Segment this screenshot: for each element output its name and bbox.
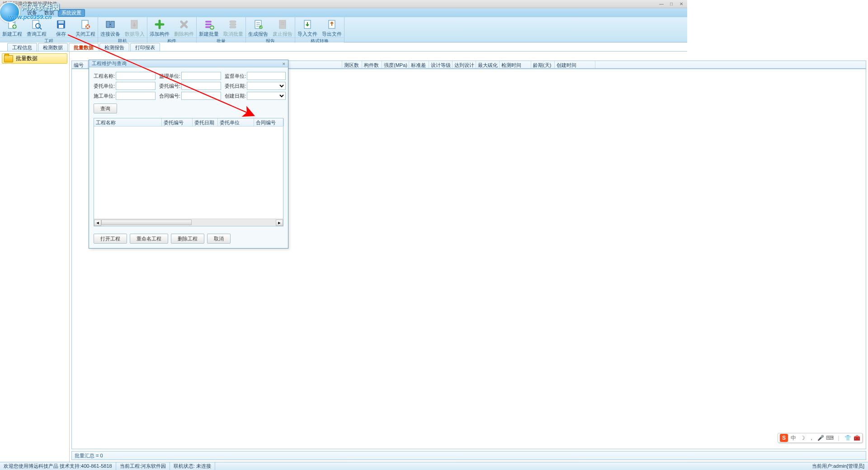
dialog-titlebar[interactable]: 工程维护与查询 ×	[89, 60, 288, 67]
tree-root-label: 批量数据	[16, 55, 38, 62]
menu-data[interactable]: 数据	[41, 9, 58, 16]
svg-rect-19	[230, 26, 236, 28]
ribbon: 新建工程查询工程保存关闭工程工程连接设备数据导入联机添加构件删除构件构件新建批量…	[0, 17, 687, 42]
input-entrust-no[interactable]	[181, 82, 221, 90]
input-proj-name[interactable]	[116, 72, 156, 80]
grid-col[interactable]: 龄期(天)	[531, 61, 555, 68]
search-icon	[31, 19, 42, 30]
input-construct-unit[interactable]	[116, 92, 156, 100]
menu-file[interactable]: 文件(F)	[0, 9, 24, 16]
svg-rect-10	[106, 21, 110, 28]
rename-project-button[interactable]: 重命名工程	[130, 234, 168, 244]
grid-col[interactable]: 创建时间	[555, 61, 595, 68]
doc-plus-icon	[6, 19, 18, 30]
field-label: 监理单位:	[159, 73, 180, 80]
dialog-grid-body	[94, 127, 283, 219]
ribbon-add-component[interactable]: 添加构件	[147, 17, 172, 38]
ribbon-stop-report: 废止报告	[270, 17, 295, 38]
ribbon-connect-device[interactable]: 连接设备	[98, 17, 123, 38]
dialog-grid-scrollbar[interactable]: ◄ ►	[94, 219, 283, 226]
grid-col[interactable]: 标准差	[409, 61, 429, 68]
menu-system-settings[interactable]: 系统设置	[58, 9, 85, 17]
tab-4[interactable]: 打印报表	[130, 43, 160, 51]
grid-col[interactable]: 达到设计	[453, 61, 476, 68]
device-icon	[104, 19, 116, 30]
report-x-icon	[277, 19, 288, 30]
grid-col[interactable]: 测区数	[342, 61, 362, 68]
field-label: 委托单位:	[94, 83, 115, 89]
ribbon-import-data: 数据导入	[123, 17, 147, 38]
menu-bar: 文件(F) 设备 数据 系统设置	[0, 8, 687, 17]
scroll-left-icon[interactable]: ◄	[94, 220, 101, 226]
minimize-button[interactable]: —	[657, 0, 665, 7]
right-panel: 编号 测区数构件数强度(MPa)标准差设计等级达到设计最大碳化检测时间龄期(天)…	[70, 52, 687, 375]
dialog-grid-col[interactable]: 委托日期	[193, 118, 218, 126]
dialog-result-grid: 工程名称委托编号委托日期委托单位合同编号 ◄ ►	[94, 118, 283, 226]
dialog-grid-col[interactable]: 合同编号	[254, 118, 284, 126]
field-label: 委托编号:	[159, 83, 180, 89]
input-entrust-unit[interactable]	[116, 82, 156, 90]
ribbon-query-project[interactable]: 查询工程	[24, 17, 49, 38]
maximize-button[interactable]: □	[667, 0, 675, 7]
tab-3[interactable]: 检测报告	[99, 43, 129, 51]
svg-rect-17	[230, 21, 236, 23]
tab-strip: 工程信息检测数据批量数据检测报告打印报表	[0, 42, 687, 52]
svg-rect-7	[59, 25, 63, 28]
ribbon-save[interactable]: 保存	[49, 17, 73, 38]
batch-plus-icon	[203, 19, 215, 30]
dialog-close-icon[interactable]: ×	[283, 61, 285, 66]
scroll-thumb[interactable]	[101, 220, 192, 225]
cancel-button[interactable]: 取消	[207, 234, 231, 244]
tab-2[interactable]: 批量数据	[69, 43, 99, 51]
folder-icon	[4, 55, 13, 62]
input-supervise-unit[interactable]	[181, 72, 221, 80]
ribbon-export-file[interactable]: 导出文件	[320, 17, 344, 38]
ribbon-gen-report[interactable]: 生成报告	[246, 17, 270, 38]
input-contract-no[interactable]	[181, 92, 221, 100]
file-in-icon	[302, 19, 313, 30]
field-label: 合同编号:	[159, 93, 180, 99]
svg-rect-6	[58, 21, 64, 24]
grid-col[interactable]: 检测时间	[500, 61, 531, 68]
input-create-date[interactable]	[247, 92, 286, 100]
x-icon	[178, 19, 190, 30]
input-entrust-date[interactable]	[247, 82, 286, 90]
field-label: 施工单位:	[94, 93, 115, 99]
menu-device[interactable]: 设备	[24, 9, 41, 16]
svg-rect-13	[205, 21, 212, 23]
dialog-grid-col[interactable]: 委托编号	[162, 118, 193, 126]
report-icon	[252, 19, 264, 30]
ribbon-cancel-batch: 取消批量	[221, 17, 245, 38]
left-panel: 批量数据	[0, 52, 70, 375]
doc-x-icon	[80, 19, 91, 30]
ribbon-close-project[interactable]: 关闭工程	[73, 17, 98, 38]
grid-col[interactable]: 强度(MPa)	[382, 61, 409, 68]
input-oversee-unit[interactable]	[247, 72, 286, 80]
file-out-icon	[326, 19, 338, 30]
close-button[interactable]: ✕	[677, 0, 685, 7]
svg-line-4	[40, 28, 42, 29]
grid-col-id[interactable]: 编号	[72, 61, 88, 68]
grid-col[interactable]: 构件数	[362, 61, 382, 68]
plus-icon	[154, 19, 165, 30]
grid-col[interactable]: 设计等级	[429, 61, 453, 68]
dialog-grid-col[interactable]: 委托单位	[218, 118, 254, 126]
tree-root-batch-data[interactable]: 批量数据	[2, 53, 67, 64]
query-button[interactable]: 查询	[94, 103, 117, 113]
window-titlebar: 博远回弹仪数据处理软件 — □ ✕	[0, 0, 687, 8]
field-label: 创建日期:	[225, 93, 246, 99]
grid-col[interactable]: 最大碳化	[476, 61, 500, 68]
delete-project-button[interactable]: 删除工程	[171, 234, 204, 244]
ribbon-new-project[interactable]: 新建工程	[0, 17, 24, 38]
svg-point-21	[259, 25, 263, 29]
app-title: 博远回弹仪数据处理软件	[3, 0, 57, 7]
tab-1[interactable]: 检测数据	[38, 43, 68, 51]
tab-0[interactable]: 工程信息	[7, 43, 37, 51]
dialog-grid-col[interactable]: 工程名称	[94, 118, 162, 126]
field-label: 监督单位:	[225, 73, 246, 80]
open-project-button[interactable]: 打开工程	[94, 234, 127, 244]
ribbon-new-batch[interactable]: 新建批量	[197, 17, 221, 38]
scroll-right-icon[interactable]: ►	[276, 220, 283, 226]
svg-rect-14	[205, 24, 212, 25]
ribbon-import-file[interactable]: 导入文件	[295, 17, 320, 38]
